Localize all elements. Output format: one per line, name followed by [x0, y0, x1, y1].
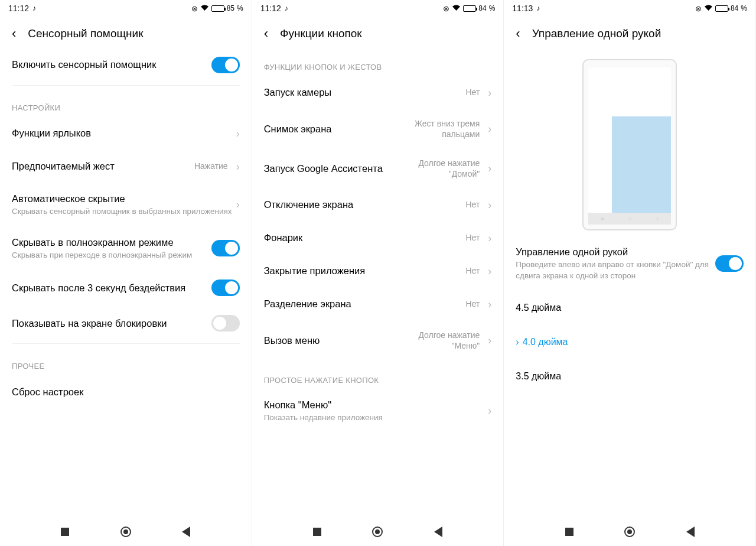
one-handed-toggle-row[interactable]: Управление одной рукой Проведите влево и…: [516, 236, 744, 291]
status-bar: 11:12 ♪ ⊗ 84 %: [252, 0, 504, 17]
page-title: Функции кнопок: [280, 27, 362, 40]
hide-3s-toggle[interactable]: [211, 280, 240, 296]
nav-recents-icon[interactable]: [313, 528, 321, 536]
nav-recents-icon[interactable]: [565, 528, 573, 536]
auto-hide-row[interactable]: Автоматическое скрытие Скрывать сенсорны…: [12, 183, 240, 227]
nav-back-icon[interactable]: [182, 526, 190, 537]
enable-label: Включить сенсорный помощник: [12, 58, 211, 71]
lockscreen-toggle[interactable]: [211, 315, 240, 332]
chevron-right-icon: ›: [488, 199, 491, 212]
page-title: Сенсорный помощник: [28, 27, 143, 40]
menu-button-row[interactable]: Кнопка "Меню" Показать недавние приложен…: [264, 389, 492, 433]
battery-percent: 84: [731, 4, 738, 12]
size-option-4-0[interactable]: ›4.0 дюйма: [516, 325, 744, 359]
section-other: ПРОЧЕЕ: [12, 346, 240, 375]
nav-home-icon[interactable]: [624, 526, 635, 537]
status-bar: 11:13 ♪ ⊗ 84 %: [504, 0, 755, 17]
back-icon[interactable]: ‹: [12, 26, 16, 41]
status-bar: 11:12 ♪ ⊗ 85 %: [0, 0, 252, 17]
music-icon: ♪: [32, 4, 36, 12]
music-icon: ♪: [285, 4, 288, 12]
size-option-4-5[interactable]: 4.5 дюйма: [516, 291, 744, 325]
chevron-right-icon: ›: [236, 161, 240, 173]
screenshot-row[interactable]: Снимок экрана Жест вниз тремя пальцами›: [264, 109, 492, 149]
divider: [12, 85, 240, 86]
no-sim-icon: ⊗: [191, 4, 198, 13]
shortcut-functions-row[interactable]: Функции ярлыков ›: [12, 117, 240, 150]
battery-percent: 84: [478, 4, 486, 12]
battery-icon: [211, 5, 224, 12]
section-simple-press: ПРОСТОЕ НАЖАТИЕ КНОПОК: [264, 360, 492, 389]
chevron-right-icon: ›: [488, 405, 491, 417]
screen-touch-assistant: 11:12 ♪ ⊗ 85 % ‹ Сенсорный помощник Вклю…: [0, 0, 252, 546]
enable-touch-assistant-row[interactable]: Включить сенсорный помощник: [12, 47, 240, 83]
hide-fullscreen-row[interactable]: Скрывать в полноэкранном режиме Скрывать…: [12, 227, 240, 271]
flashlight-row[interactable]: Фонарик Нет›: [264, 222, 492, 255]
chevron-right-icon: ›: [236, 128, 240, 140]
chevron-right-icon: ›: [236, 199, 240, 211]
chevron-right-icon: ›: [488, 87, 491, 99]
size-option-3-5[interactable]: 3.5 дюйма: [516, 359, 744, 394]
google-assistant-row[interactable]: Запуск Google Ассистента Долгое нажатие …: [264, 149, 492, 188]
split-screen-row[interactable]: Разделение экрана Нет›: [264, 288, 492, 321]
preferred-gesture-row[interactable]: Предпочитаемый жест Нажатие ›: [12, 150, 240, 183]
nav-recents-icon[interactable]: [61, 528, 69, 536]
chevron-right-icon: ›: [488, 265, 491, 278]
nav-home-icon[interactable]: [120, 526, 131, 537]
chevron-right-icon: ›: [488, 334, 491, 347]
nav-home-icon[interactable]: [372, 526, 383, 537]
battery-percent: 85: [227, 4, 234, 12]
header: ‹ Управление одной рукой: [504, 17, 755, 47]
chevron-right-icon: ›: [516, 337, 519, 347]
header: ‹ Сенсорный помощник: [0, 17, 252, 47]
launch-camera-row[interactable]: Запуск камеры Нет›: [264, 76, 492, 109]
divider: [12, 343, 240, 344]
navigation-bar: [0, 518, 252, 546]
chevron-right-icon: ›: [488, 298, 491, 311]
status-time: 11:12: [8, 4, 29, 13]
show-menu-row[interactable]: Вызов меню Долгое нажатие "Меню"›: [264, 321, 492, 360]
hide-after-3s-row[interactable]: Скрывать после 3 секунд бездействия: [12, 270, 240, 306]
chevron-right-icon: ›: [488, 162, 491, 175]
music-icon: ♪: [536, 4, 540, 12]
reset-settings-row[interactable]: Сброс настроек: [12, 375, 240, 408]
wifi-icon: [704, 4, 713, 13]
back-icon[interactable]: ‹: [516, 26, 520, 41]
nav-back-icon[interactable]: [686, 526, 695, 537]
battery-icon: [463, 5, 476, 12]
wifi-icon: [452, 4, 461, 13]
header: ‹ Функции кнопок: [252, 17, 504, 47]
screen-button-functions: 11:12 ♪ ⊗ 84 % ‹ Функции кнопок ФУНКЦИИ …: [252, 0, 504, 546]
no-sim-icon: ⊗: [443, 4, 449, 13]
hide-fullscreen-toggle[interactable]: [211, 240, 240, 256]
section-settings: НАСТРОЙКИ: [12, 88, 240, 117]
one-handed-toggle[interactable]: [715, 255, 744, 272]
turn-off-screen-row[interactable]: Отключение экрана Нет›: [264, 188, 492, 222]
screen-one-handed: 11:13 ♪ ⊗ 84 % ‹ Управление одной рукой …: [504, 0, 756, 546]
close-app-row[interactable]: Закрытие приложения Нет›: [264, 255, 492, 288]
enable-toggle[interactable]: [211, 57, 240, 73]
no-sim-icon: ⊗: [695, 4, 702, 13]
chevron-right-icon: ›: [488, 123, 491, 135]
back-icon[interactable]: ‹: [264, 26, 268, 41]
section-buttons-gestures: ФУНКЦИИ КНОПОК И ЖЕСТОВ: [264, 47, 492, 76]
navigation-bar: [252, 518, 504, 546]
status-time: 11:12: [260, 4, 281, 13]
page-title: Управление одной рукой: [532, 27, 662, 40]
battery-icon: [715, 5, 728, 12]
phone-illustration: ≡○‹: [582, 59, 677, 230]
show-on-lockscreen-row[interactable]: Показывать на экране блокировки: [12, 306, 240, 341]
nav-back-icon[interactable]: [434, 526, 442, 537]
wifi-icon: [200, 4, 209, 13]
navigation-bar: [504, 518, 755, 546]
status-time: 11:13: [512, 4, 533, 13]
chevron-right-icon: ›: [488, 232, 491, 245]
gesture-value: Нажатие: [194, 161, 228, 172]
